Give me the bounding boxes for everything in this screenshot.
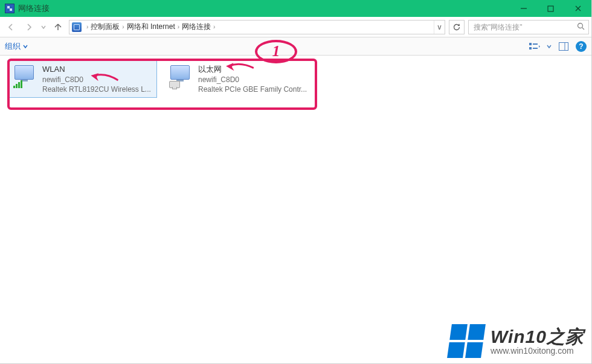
address-dropdown-icon[interactable]: v	[434, 21, 445, 34]
connection-adapter: Realtek PCIe GBE Family Contr...	[198, 85, 307, 94]
app-icon	[5, 4, 14, 13]
connection-adapter: Realtek RTL8192CU Wireless L...	[42, 85, 151, 94]
chevron-right-icon: ›	[213, 24, 215, 30]
wifi-adapter-icon	[12, 64, 36, 88]
ethernet-adapter-icon	[168, 64, 192, 88]
organize-button[interactable]: 组织	[5, 41, 28, 52]
organize-label: 组织	[5, 41, 21, 52]
minimize-button[interactable]	[510, 0, 537, 17]
search-icon[interactable]	[577, 22, 585, 32]
breadcrumb-item[interactable]: 控制面板	[91, 22, 120, 32]
view-tools: ?	[529, 40, 587, 53]
titlebar: 网络连接	[0, 0, 591, 17]
chevron-right-icon: ›	[122, 24, 124, 30]
watermark-title: Win10之家	[491, 327, 584, 346]
watermark: Win10之家 www.win10xitong.com	[449, 324, 584, 358]
search-input[interactable]	[472, 22, 577, 32]
watermark-url: www.win10xitong.com	[491, 346, 584, 356]
preview-pane-button[interactable]	[558, 40, 570, 53]
window-title: 网络连接	[18, 3, 50, 14]
recent-dropdown-icon[interactable]	[40, 20, 47, 34]
connection-name: 以太网	[198, 64, 307, 75]
connection-name: WLAN	[42, 64, 151, 75]
view-options-button[interactable]	[529, 40, 541, 53]
help-button[interactable]: ?	[576, 41, 587, 52]
control-panel-icon	[72, 22, 82, 32]
chevron-down-icon[interactable]	[547, 44, 552, 49]
svg-rect-7	[529, 47, 532, 49]
maximize-button[interactable]	[537, 0, 564, 17]
up-button[interactable]	[51, 20, 65, 34]
svg-rect-1	[548, 6, 553, 11]
windows-logo-icon	[447, 324, 486, 358]
connection-ssid: newifi_C8D0	[42, 75, 151, 85]
svg-rect-10	[559, 42, 568, 50]
svg-line-5	[582, 27, 585, 30]
address-bar: › 控制面板 › 网络和 Internet › 网络连接 › v	[0, 17, 591, 37]
help-icon: ?	[579, 42, 583, 51]
breadcrumb-item[interactable]: 网络和 Internet	[127, 22, 175, 32]
chevron-right-icon: ›	[86, 24, 88, 30]
svg-point-4	[578, 23, 583, 28]
back-button[interactable]	[4, 20, 18, 34]
chevron-right-icon: ›	[178, 24, 179, 30]
svg-rect-8	[533, 43, 538, 45]
connections-list: WLAN newifi_C8D0 Realtek RTL8192CU Wirel…	[7, 60, 313, 98]
connection-item-wlan[interactable]: WLAN newifi_C8D0 Realtek RTL8192CU Wirel…	[7, 60, 157, 98]
command-bar: 组织 ?	[0, 37, 591, 56]
chevron-down-icon	[23, 44, 28, 49]
refresh-button[interactable]	[449, 20, 465, 34]
svg-rect-9	[533, 48, 538, 49]
content-area: 1 WLAN newifi_C8D0 Realtek RTL8192CU Wir…	[0, 56, 591, 364]
close-button[interactable]	[564, 0, 591, 17]
forward-button[interactable]	[22, 20, 36, 34]
connection-ssid: newifi_C8D0	[198, 75, 307, 85]
svg-rect-6	[529, 43, 532, 45]
connection-item-ethernet[interactable]: 以太网 newifi_C8D0 Realtek PCIe GBE Family …	[163, 60, 313, 98]
breadcrumb[interactable]: › 控制面板 › 网络和 Internet › 网络连接 › v	[69, 20, 445, 34]
breadcrumb-item[interactable]: 网络连接	[182, 22, 211, 32]
window-buttons	[510, 0, 591, 17]
search-box[interactable]	[468, 20, 589, 34]
